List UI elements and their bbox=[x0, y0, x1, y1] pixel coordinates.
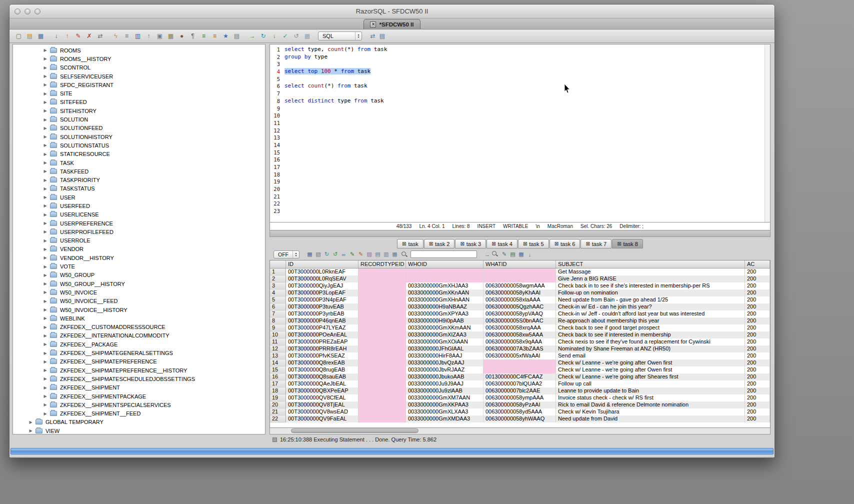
column-header[interactable]: WHATID bbox=[484, 260, 556, 268]
tree-item[interactable]: ▶W50_GROUP bbox=[13, 271, 265, 280]
tree-item[interactable]: ▶USER bbox=[13, 193, 265, 202]
row-number[interactable]: 3 bbox=[270, 282, 286, 290]
cell-activitydate[interactable]: 200 bbox=[745, 352, 770, 360]
cell-activitydate[interactable]: 200 bbox=[745, 332, 770, 338]
code-line[interactable] bbox=[284, 105, 764, 112]
code-line[interactable] bbox=[284, 208, 764, 215]
cell-whoid[interactable]: 0033000000H9i0pAAB bbox=[406, 318, 484, 324]
cell-whatid[interactable]: 00630000007blQUAA2 bbox=[484, 380, 556, 388]
cell-whatid[interactable] bbox=[484, 360, 556, 366]
code-line[interactable] bbox=[284, 127, 764, 134]
text-view-icon[interactable]: ▥ bbox=[382, 250, 390, 258]
results-window-icon[interactable]: ▥ bbox=[133, 32, 142, 40]
document-tab[interactable]: ✕ *SFDCW50 II bbox=[364, 19, 420, 29]
export-grid-icon[interactable]: ▤ bbox=[508, 250, 517, 258]
tree-item[interactable]: ▶USERPROFILEFEED bbox=[13, 228, 265, 236]
close-tab-icon[interactable]: ⊠ bbox=[429, 241, 433, 246]
code-line[interactable] bbox=[284, 178, 764, 186]
rollback-icon[interactable]: ↺ bbox=[292, 32, 301, 40]
cell-activitydate[interactable]: 200 bbox=[745, 346, 770, 352]
cell-whatid[interactable]: 00630000005xfWaAAI bbox=[484, 352, 556, 360]
close-tab-icon[interactable]: ⊠ bbox=[460, 241, 464, 246]
cell-recordtypeid[interactable] bbox=[358, 366, 406, 374]
export-sql-file-icon[interactable]: ↑ bbox=[62, 32, 72, 40]
table-row[interactable]: 2000T3000000QV8TjEAL0033000000GmXKPAA300… bbox=[270, 402, 770, 408]
tree-item[interactable]: ▶W50_INVOICE__HISTORY bbox=[13, 306, 265, 314]
cell-recordtypeid[interactable] bbox=[358, 304, 406, 310]
cell-id[interactable]: 00T3000000POeAnEAL bbox=[286, 332, 358, 338]
result-tab[interactable]: ⊠task 6 bbox=[550, 239, 580, 248]
cell-whatid[interactable]: 006300000058wgmAAA bbox=[484, 282, 556, 290]
result-tab[interactable]: ⊠task 7 bbox=[580, 239, 612, 248]
cell-subject[interactable]: Give Jenn a BIG RAISE bbox=[556, 276, 745, 282]
code-line[interactable] bbox=[284, 186, 764, 193]
expand-triangle-icon[interactable]: ▶ bbox=[42, 325, 48, 330]
save-file-icon[interactable]: ▦ bbox=[36, 32, 46, 40]
tree-item[interactable]: ▶ZKFEDEX__SHIPMENT bbox=[13, 384, 265, 392]
edit-cell-icon[interactable]: ✎ bbox=[356, 250, 365, 258]
cell-activitydate[interactable]: 200 bbox=[745, 380, 770, 388]
cell-whatid[interactable]: 00630000005QgzhAAC bbox=[484, 304, 556, 310]
table-row[interactable]: 2100T3000000QV8wsEAD0033000000GmXLXAA300… bbox=[270, 408, 770, 416]
code-line[interactable] bbox=[284, 193, 764, 200]
edit-connection-icon[interactable]: ✎ bbox=[74, 32, 83, 40]
row-number[interactable]: 18 bbox=[270, 388, 286, 394]
expand-triangle-icon[interactable]: ▶ bbox=[42, 126, 48, 130]
tree-item[interactable]: ▶VENDOR__HISTORY bbox=[13, 254, 265, 262]
cell-recordtypeid[interactable] bbox=[358, 310, 406, 318]
cell-whatid[interactable]: 006300000058x9qAAA bbox=[484, 338, 556, 346]
cell-whoid[interactable]: 0033000000GmXKnAAN bbox=[406, 290, 484, 296]
table-row[interactable]: 200T3000000L0RqSEAVGive Jenn a BIG RAISE… bbox=[270, 276, 770, 282]
expand-triangle-icon[interactable]: ▶ bbox=[42, 334, 48, 338]
code-line[interactable] bbox=[284, 76, 764, 83]
cell-subject[interactable]: Check back in to see if she's interested… bbox=[556, 282, 745, 290]
code-line[interactable] bbox=[284, 164, 764, 171]
go-forward-icon[interactable]: → bbox=[248, 32, 257, 40]
cell-recordtypeid[interactable] bbox=[358, 282, 406, 290]
row-number[interactable]: 22 bbox=[270, 416, 286, 422]
row-number[interactable]: 20 bbox=[270, 402, 286, 408]
expand-triangle-icon[interactable]: ▶ bbox=[42, 221, 48, 226]
row-number[interactable]: 7 bbox=[270, 310, 286, 318]
tree-item[interactable]: ▶SELFSERVICEUSER bbox=[13, 72, 265, 80]
cell-recordtypeid[interactable] bbox=[358, 352, 406, 360]
cell-whoid[interactable]: 0033000000GmXHnAAN bbox=[406, 296, 484, 304]
disconnect-icon[interactable]: ✗ bbox=[84, 32, 94, 40]
cell-recordtypeid[interactable] bbox=[358, 332, 406, 338]
cell-id[interactable]: 00T3000000QV9FaEAL bbox=[286, 416, 358, 422]
cell-id[interactable]: 00T3000000QV8wsEAD bbox=[286, 408, 358, 416]
cell-id[interactable]: 00T3000000Q8rugEAB bbox=[286, 366, 358, 374]
cell-subject[interactable]: Check w/ Kevin Tsujihara bbox=[556, 408, 745, 416]
code-line[interactable] bbox=[284, 120, 764, 127]
tree-item[interactable]: ▶SOLUTIONHISTORY bbox=[13, 132, 265, 141]
expand-triangle-icon[interactable]: ▶ bbox=[42, 108, 48, 113]
expand-triangle-icon[interactable]: ▶ bbox=[42, 264, 48, 269]
tree-item[interactable]: ▶VIEW bbox=[13, 426, 265, 434]
save-grid-icon[interactable]: ▦ bbox=[517, 250, 526, 258]
table-row[interactable]: 1000T3000000POeAnEAL0033000000GmXIZAA300… bbox=[270, 332, 770, 338]
tree-item[interactable]: ▶ROOMS bbox=[13, 46, 265, 54]
table-row[interactable]: 1400T3000000Q8rexEAB0033000000JbvQzAAJCh… bbox=[270, 360, 770, 366]
cell-recordtypeid[interactable] bbox=[358, 276, 406, 282]
cell-activitydate[interactable]: 200 bbox=[745, 402, 770, 408]
close-document-icon[interactable]: ✕ bbox=[370, 22, 376, 28]
table-row[interactable]: 2200T3000000QV9FaEAL0033000000GmXMDAA300… bbox=[270, 416, 770, 422]
cell-whoid[interactable]: 0033000000GmXKPAA3 bbox=[406, 402, 484, 408]
cell-id[interactable]: 00T3000000L0RknEAF bbox=[286, 268, 358, 276]
paste-icon[interactable]: ▦ bbox=[166, 32, 176, 40]
cell-whoid[interactable]: 0033000000JFhGlAAL bbox=[406, 346, 484, 352]
cell-subject[interactable]: Check-in w/ Jeff - couldn't afford last … bbox=[556, 310, 745, 318]
table-row[interactable]: 800T3000000P46qnEAB0033000000H9i0pAAB006… bbox=[270, 318, 770, 324]
cell-recordtypeid[interactable] bbox=[358, 380, 406, 388]
close-tab-icon[interactable]: ⊠ bbox=[617, 241, 621, 246]
cell-whatid[interactable] bbox=[484, 268, 556, 276]
expand-triangle-icon[interactable]: ▶ bbox=[42, 195, 48, 200]
column-fit-icon[interactable]: ▦ bbox=[390, 250, 399, 258]
expand-triangle-icon[interactable]: ▶ bbox=[42, 273, 48, 278]
table-row[interactable]: 1100T3000000PREZaEAP0033000000GmXOiAAN00… bbox=[270, 338, 770, 346]
cell-activitydate[interactable]: 200 bbox=[745, 408, 770, 416]
expand-triangle-icon[interactable]: ▶ bbox=[42, 169, 48, 174]
cell-whoid[interactable]: 0033000000GmXM7AAN bbox=[406, 394, 484, 402]
close-tab-icon[interactable]: ⊠ bbox=[586, 241, 590, 246]
code-line[interactable] bbox=[284, 60, 764, 68]
